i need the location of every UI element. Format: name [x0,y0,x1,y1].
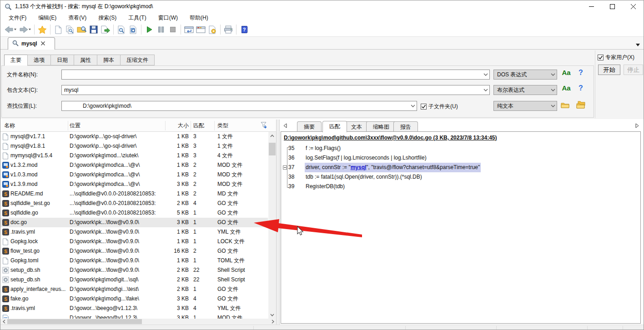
open-search-button[interactable] [76,24,88,35]
file-row[interactable]: v1.0.3.modD:\gowork\pkg\mod\ca...\@v\1 K… [0,170,268,180]
location-mode-select[interactable]: 纯文本 [493,101,557,111]
tab-text[interactable]: 文本 [344,121,369,132]
file-row[interactable]: Sdoc.goD:\gowork\pk...\flow@v0.9.0\3 KB1… [0,218,268,227]
export-results-button[interactable] [100,24,111,35]
start-search-button[interactable] [143,24,155,35]
panel-splitter[interactable] [276,120,280,325]
chevron-down-icon[interactable] [482,70,489,79]
close-tab-icon[interactable] [41,40,45,47]
file-row[interactable]: setup_db.shD:\gowork\pk...\flow@v0.9.0\2… [0,265,268,275]
browse-folder-button[interactable] [561,102,569,110]
subfolders-checkbox[interactable]: 子文件夹(U) [421,103,458,110]
menu-window[interactable]: 窗口(W) [154,14,182,22]
tab-main[interactable]: 主要 [4,55,28,66]
file-row[interactable]: SREADME.md...\sqlfiddle@v0.0.0-201808210… [0,189,268,199]
menu-help[interactable]: 帮助(H) [185,14,213,22]
file-list-hscrollbar[interactable] [0,319,276,325]
tab-scripts[interactable]: 脚本 [97,55,121,65]
file-row[interactable]: mysql@v1.8.1D:\gowork\p...\go-sql-driver… [0,141,268,151]
file-row[interactable]: mymysql@v1.5.4D:\gowork\pkg\mod...\ziute… [0,151,268,160]
window-layout-button[interactable] [195,24,206,35]
chevron-down-icon[interactable] [482,85,489,95]
file-name-input[interactable] [61,70,490,80]
switch-window-button[interactable] [183,24,195,35]
file-row[interactable]: S.travis.ymlD:\gowork\pk...\flow@v0.9.0\… [0,227,268,237]
print-button[interactable] [222,24,234,35]
scroll-up-icon[interactable] [268,132,276,140]
file-list-header[interactable]: 名称 位置 大小 匹配 类型 [0,120,276,132]
search-document-button[interactable] [116,24,127,35]
collapse-icon[interactable] [283,163,288,172]
close-button[interactable] [623,0,644,13]
menu-file[interactable]: 文件(F) [4,14,31,22]
file-row[interactable]: v1.3.2.modD:\gowork\pkg\mod\ca...\@v\1 K… [0,160,268,170]
scroll-left-icon[interactable] [0,319,7,325]
menu-search[interactable]: 搜索(S) [94,14,121,22]
file-row[interactable]: mysql@v1.7.1D:\gowork\p...\go-sql-driver… [0,132,268,141]
tab-archives[interactable]: 压缩文件 [120,55,155,65]
forward-button[interactable] [18,24,32,35]
pause-search-button[interactable] [155,24,167,35]
tab-attributes[interactable]: 属性 [74,55,97,65]
tab-options[interactable]: 选项 [27,55,51,65]
menu-tools[interactable]: 工具(T) [124,14,151,22]
tab-list-dropdown-icon[interactable] [636,41,640,48]
file-row[interactable]: Sapply_interface_reus...D:\gowork\pkg\mo… [0,285,268,294]
maximize-button[interactable] [602,0,623,13]
file-row[interactable]: S.travis.ymlD:\gowor...\beego@v1.12.3\3 … [0,304,268,313]
copy-search-button[interactable] [64,24,76,35]
help-button[interactable]: ? [238,24,250,35]
expert-user-checkbox[interactable]: 专家用户(X) [598,54,634,61]
scroll-down-icon[interactable] [268,311,276,319]
stop-search-button[interactable] [167,24,179,35]
file-row[interactable]: Ssqlfiddle_test.go...\sqlfiddle@v0.0.0-2… [0,199,268,208]
hscroll-thumb[interactable] [7,319,142,324]
column-location[interactable]: 位置 [70,120,80,132]
file-row[interactable]: Gopkg.tomlD:\gowork\pk...\flow@v0.9.0\1 … [0,256,268,265]
name-help-button[interactable]: ? [577,69,584,77]
back-button[interactable] [3,24,18,35]
header-filter-icon[interactable] [261,122,268,130]
look-in-input[interactable]: D:\gowork\pkg\mod\ [61,101,417,111]
stop-button[interactable]: 停止 [624,65,643,75]
name-case-toggle[interactable]: Aa [561,69,572,76]
search-index-button[interactable] [127,24,139,35]
file-row[interactable]: Sfake.goD:\gowork\pkg\mod\g...\fake\3 KB… [0,294,268,304]
file-row[interactable]: setup_db.shD:\gowork\pkg\mod\git...\sql\… [0,275,268,285]
search-options-button[interactable] [206,24,218,35]
column-type[interactable]: 类型 [217,120,228,132]
column-name[interactable]: 名称 [4,120,15,132]
new-search-button[interactable] [52,24,64,35]
menu-view[interactable]: 查看(V) [64,14,91,22]
tab-dates[interactable]: 日期 [50,55,74,65]
file-row[interactable]: Sflow_test.goD:\gowork\pk...\flow@v0.9.0… [0,246,268,256]
file-row[interactable]: Gopkg.lockD:\gowork\pk...\flow@v0.9.0\1 … [0,237,268,246]
minimize-button[interactable] [581,0,602,13]
text-case-toggle[interactable]: Aa [561,84,572,92]
file-name-mode-select[interactable]: DOS 表达式 [493,70,557,80]
containing-text-input[interactable]: mysql [61,85,490,95]
tabs-scroll-right-icon[interactable] [635,123,639,130]
scroll-right-icon[interactable] [269,319,276,325]
tab-summary[interactable]: 摘要 [297,121,322,132]
text-mode-select[interactable]: 布尔表达式 [493,85,557,95]
vscroll-thumb[interactable] [269,143,276,155]
tab-thumbnail[interactable]: 缩略图 [366,121,396,132]
match-link[interactable]: mysql [351,164,367,170]
save-search-button[interactable] [88,24,100,35]
browse-folders-button[interactable] [576,101,586,110]
tab-matches[interactable]: 匹配 [322,121,347,132]
tabs-scroll-left-icon[interactable] [283,123,287,130]
file-row[interactable]: v1.3.9.modD:\gowork\pkg\mod\ca...\@v\3 K… [0,180,268,189]
column-matches[interactable]: 匹配 [193,120,204,132]
menu-edit[interactable]: 编辑(E) [34,14,61,22]
file-row[interactable]: Ssqlfiddle.go...\sqlfiddle@v0.0.0-201808… [0,208,268,218]
file-row[interactable]: D:\gowor...\beego@v1.12.3\3 KB1MOD 文件 [0,313,268,319]
tab-report[interactable]: 报告 [393,121,418,132]
favorites-button[interactable] [36,24,48,35]
text-help-button[interactable]: ? [577,84,584,92]
file-list-vscrollbar[interactable] [268,132,276,319]
start-button[interactable]: 开始 [598,65,620,75]
file-header-link[interactable]: D:\gowork\pkg\mod\github.com\3xxx\flow@v… [284,135,497,141]
dropdown-icon[interactable] [409,101,417,110]
